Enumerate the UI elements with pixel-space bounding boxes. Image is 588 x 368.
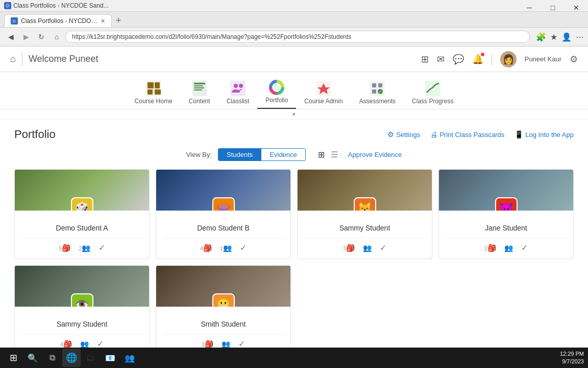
comments-count-demo-b: 1👥 xyxy=(220,244,232,252)
student-card-smith[interactable]: 😬 Smith Student 2🎒 👥 ✓ xyxy=(156,265,291,355)
browser-favicon: D xyxy=(4,2,11,9)
login-app-link[interactable]: 📱 Log Into the App xyxy=(514,130,574,139)
forward-btn[interactable]: ▶ xyxy=(19,30,33,43)
win-titlebar-left: D Class Portfolios - NYCDOE Sand... xyxy=(4,2,109,9)
card-stats-sammy: 3🎒 👥 ✓ xyxy=(304,238,426,252)
settings-link[interactable]: ⚙ Settings xyxy=(387,130,420,139)
view-evidence-btn[interactable]: Evidence xyxy=(261,149,305,160)
stat-comments-jane: 👥 xyxy=(504,244,513,252)
tab-title: Class Portfolios - NYCDOE Sand... xyxy=(21,17,97,25)
home-btn[interactable]: ⌂ xyxy=(50,30,63,43)
svg-point-12 xyxy=(239,84,243,88)
win-minimize-btn[interactable]: ─ xyxy=(518,0,541,15)
extensions-icon[interactable]: 🧩 xyxy=(536,32,546,42)
nav-assessments-label: Assessments xyxy=(359,98,396,105)
svg-rect-17 xyxy=(372,89,376,94)
comments-count-demo-a: 2👥 xyxy=(79,244,90,252)
student-card-demo-a[interactable]: 🎲 Demo Student A 5🎒 2👥 ✓ xyxy=(14,169,150,259)
student-card-demo-b[interactable]: 👾 Demo Student B 4🎒 1👥 ✓ xyxy=(156,169,291,259)
svg-rect-18 xyxy=(378,83,382,87)
card-banner-sammy: 😸 xyxy=(298,170,432,211)
mail-icon[interactable]: ✉ xyxy=(437,54,445,65)
student-card-sammy2[interactable]: 👁️ Sammy Student 4🎒 👥 ✓ xyxy=(14,265,150,355)
view-students-btn[interactable]: Students xyxy=(218,149,261,160)
tab-close-icon[interactable]: ✕ xyxy=(101,18,105,25)
settings-gear-icon[interactable]: ⚙ xyxy=(570,54,578,65)
card-content-demo-a: Demo Student A 5🎒 2👥 ✓ xyxy=(15,211,149,259)
login-link-label: Log Into the App xyxy=(525,131,574,139)
nav-assessments[interactable]: ✓ Assessments xyxy=(351,77,404,109)
card-content-jane: Jane Student 2🎒 👥 ✓ xyxy=(439,211,573,259)
address-bar[interactable]: https://k12sr.brightspacedemo.com/d2l/fo… xyxy=(65,31,530,43)
class-progress-icon xyxy=(423,79,443,98)
nav-course-admin-label: Course Admin xyxy=(304,98,342,105)
nav-content[interactable]: Content xyxy=(181,77,218,109)
profile-icon[interactable]: 👤 xyxy=(561,32,572,42)
students-grid: 🎲 Demo Student A 5🎒 2👥 ✓ 👾 xyxy=(14,169,574,355)
reload-btn[interactable]: ↻ xyxy=(35,30,48,43)
grid-view-btn[interactable]: ⊞ xyxy=(316,149,327,160)
card-banner-sammy2: 👁️ xyxy=(15,266,149,307)
card-banner-smith: 😬 xyxy=(156,266,290,307)
task-view-btn[interactable]: ⧉ xyxy=(43,349,61,367)
list-view-btn[interactable]: ☰ xyxy=(329,149,340,160)
view-by-label: View By: xyxy=(186,151,212,158)
taskbar-clock: 12:29 PM 9/7/2023 xyxy=(560,350,584,366)
apps-icon[interactable]: ⊞ xyxy=(421,54,429,65)
student-card-jane[interactable]: 😈 Jane Student 2🎒 👥 ✓ xyxy=(438,169,574,259)
header-icons: ⊞ ✉ 💬 🔔 👩 Puneet Kaur ⚙ xyxy=(421,51,578,67)
svg-text:✓: ✓ xyxy=(379,89,382,94)
stat-comments-sammy2: 👥 xyxy=(80,340,89,348)
more-options-icon[interactable]: ⋯ xyxy=(576,32,584,42)
card-stats-smith: 2🎒 👥 ✓ xyxy=(162,334,284,349)
stat-comments-demo-b: 1👥 xyxy=(220,244,232,252)
stat-comments-demo-a: 2👥 xyxy=(79,244,90,252)
view-controls: View By: Students Evidence ⊞ ☰ Approve E… xyxy=(14,148,574,161)
assessments-icon: ✓ xyxy=(367,79,387,98)
user-avatar[interactable]: 👩 xyxy=(500,51,517,67)
bell-icon[interactable]: 🔔 xyxy=(472,54,483,65)
svg-rect-9 xyxy=(194,89,202,90)
favorites-icon[interactable]: ★ xyxy=(550,32,557,42)
chat-icon[interactable]: 💬 xyxy=(453,54,464,65)
nav-course-home[interactable]: Course Home xyxy=(127,77,181,109)
nav-portfolio[interactable]: Portfolio xyxy=(257,76,296,109)
home-icon[interactable]: ⌂ xyxy=(10,54,16,64)
card-content-sammy: Sammy Student 3🎒 👥 ✓ xyxy=(298,211,432,259)
nav-class-progress[interactable]: Class Progress xyxy=(404,77,461,109)
search-taskbar-btn[interactable]: 🔍 xyxy=(23,349,42,367)
nav-classlist[interactable]: Classlist xyxy=(218,77,258,109)
start-btn[interactable]: ⊞ xyxy=(4,349,22,367)
svg-rect-16 xyxy=(372,83,376,87)
svg-rect-2 xyxy=(155,82,160,88)
taskbar-browser-icon[interactable]: 🌐 xyxy=(62,349,81,367)
taskbar-teams-icon[interactable]: 👥 xyxy=(120,349,139,367)
win-maximize-btn[interactable]: □ xyxy=(541,0,565,15)
stat-uploads-jane: 2🎒 xyxy=(484,244,496,252)
taskbar-mail-icon[interactable]: 📧 xyxy=(101,349,119,367)
stat-uploads-smith: 2🎒 xyxy=(202,340,213,348)
stat-approved-sammy: ✓ xyxy=(380,243,386,252)
stat-approved-demo-a: ✓ xyxy=(99,243,105,252)
taskbar-files-icon[interactable]: 🗂 xyxy=(82,349,100,367)
user-name-text: Puneet Kaur xyxy=(525,55,561,63)
win-close-btn[interactable]: ✕ xyxy=(565,0,588,15)
classlist-icon xyxy=(228,79,248,98)
expand-nav-btn[interactable]: ▾ xyxy=(0,109,588,120)
stat-uploads-sammy2: 4🎒 xyxy=(60,340,72,348)
svg-rect-1 xyxy=(148,82,154,88)
portfolio-icon xyxy=(266,78,287,97)
nav-course-admin[interactable]: Course Admin xyxy=(296,77,351,109)
card-banner-demo-b: 👾 xyxy=(156,170,290,211)
approve-evidence-link[interactable]: Approve Evidence xyxy=(348,151,402,158)
browser-tab-active[interactable]: D Class Portfolios - NYCDOE Sand... ✕ xyxy=(4,14,112,27)
print-link[interactable]: 🖨 Print Class Passcards xyxy=(430,130,504,139)
new-tab-btn[interactable]: + xyxy=(112,14,126,27)
stat-uploads-demo-b: 4🎒 xyxy=(200,244,212,252)
student-card-sammy[interactable]: 😸 Sammy Student 3🎒 👥 ✓ xyxy=(297,169,432,259)
card-banner-demo-a: 🎲 xyxy=(15,170,149,211)
svg-rect-8 xyxy=(194,87,204,88)
nav-class-progress-label: Class Progress xyxy=(412,98,453,105)
back-btn[interactable]: ◀ xyxy=(4,30,17,43)
taskbar: ⊞ 🔍 ⧉ 🌐 🗂 📧 👥 12:29 PM 9/7/2023 xyxy=(0,348,588,368)
